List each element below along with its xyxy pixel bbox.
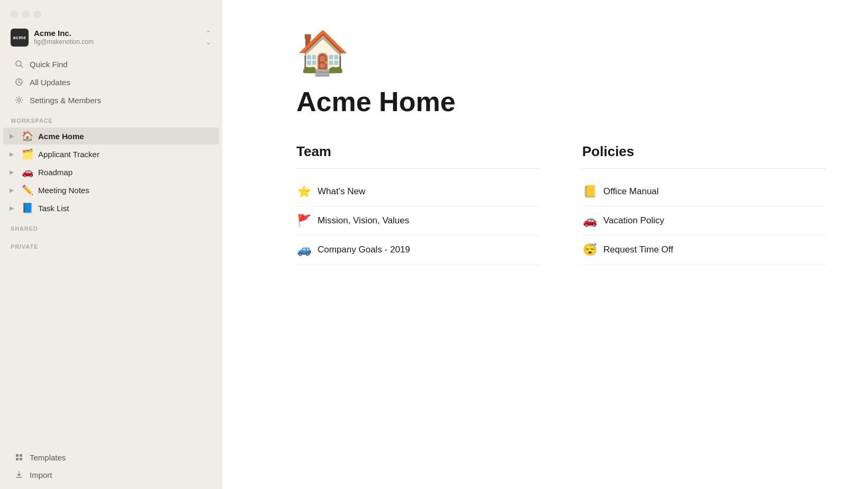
policies-heading: Policies [582,143,826,169]
templates-icon [14,452,24,463]
sidebar-item-task-list[interactable]: ▶ 📘 Task List [3,200,219,216]
traffic-lights [0,0,222,23]
whats-new-emoji: ⭐ [296,185,311,198]
gear-icon [14,95,24,105]
acme-home-emoji: 🏠 [21,130,34,142]
list-item[interactable]: 😴 Request Time Off [582,236,826,265]
workspace-info: Acme Inc. fig@makenotion.com [34,29,94,47]
svg-point-5 [18,99,21,102]
svg-rect-8 [16,458,19,460]
content-columns: Team ⭐ What's New 🚩 Mission, Vision, Val… [296,143,826,265]
page-emoji: 🏠 [296,32,826,74]
mission-emoji: 🚩 [296,214,311,228]
list-item[interactable]: 📒 Office Manual [582,177,826,206]
svg-line-1 [21,66,23,68]
office-manual-emoji: 📒 [582,185,597,198]
whats-new-label: What's New [318,186,365,197]
team-heading: Team [296,143,540,169]
svg-rect-9 [20,458,22,460]
sidebar-item-applicant-tracker[interactable]: ▶ 🗂️ Applicant Tracker [3,146,219,162]
meeting-notes-emoji: ✏️ [21,184,34,196]
clock-icon [14,77,24,87]
list-item[interactable]: 🚗 Vacation Policy [582,206,826,236]
workspace-header[interactable]: acme Acme Inc. fig@makenotion.com ⌃⌄ [0,23,222,55]
search-icon [14,59,24,69]
vacation-policy-label: Vacation Policy [603,215,664,226]
workspace-header-left: acme Acme Inc. fig@makenotion.com [11,29,94,47]
goals-label: Company Goals - 2019 [318,245,410,255]
quick-find-label: Quick Find [30,60,68,69]
svg-rect-7 [20,454,22,457]
applicant-tracker-label: Applicant Tracker [38,150,209,159]
import-label: Import [30,470,52,479]
policies-column: Policies 📒 Office Manual 🚗 Vacation Poli… [582,143,826,265]
list-item[interactable]: ⭐ What's New [296,177,540,206]
maximize-button[interactable] [34,11,41,18]
templates-label: Templates [30,453,66,462]
all-updates-label: All Updates [30,78,70,87]
main-content: 🏠 Acme Home Team ⭐ What's New 🚩 Mission,… [222,0,868,489]
private-section-label: PRIVATE [0,235,222,253]
expand-arrow-icon: ▶ [10,169,17,176]
vacation-policy-emoji: 🚗 [582,214,597,228]
sidebar-item-meeting-notes[interactable]: ▶ ✏️ Meeting Notes [3,182,219,198]
svg-rect-6 [16,454,19,457]
roadmap-emoji: 🚗 [21,166,34,178]
minimize-button[interactable] [22,11,30,18]
expand-arrow-icon: ▶ [10,133,17,140]
team-column: Team ⭐ What's New 🚩 Mission, Vision, Val… [296,143,540,265]
meeting-notes-label: Meeting Notes [38,186,209,195]
shared-section-label: SHARED [0,217,222,235]
expand-arrow-icon: ▶ [10,187,17,194]
nav-item-all-updates[interactable]: All Updates [3,74,219,90]
sidebar: acme Acme Inc. fig@makenotion.com ⌃⌄ Qui… [0,0,222,489]
workspace-section-label: WORKSPACE [0,109,222,127]
workspace-email: fig@makenotion.com [34,38,94,47]
applicant-tracker-emoji: 🗂️ [21,148,34,160]
nav-item-import[interactable]: Import [3,466,219,483]
goals-emoji: 🚙 [296,243,311,257]
sidebar-item-acme-home[interactable]: ▶ 🏠 Acme Home [3,128,219,144]
office-manual-label: Office Manual [603,186,659,197]
workspace-logo: acme [11,29,29,47]
workspace-name: Acme Inc. [34,29,94,38]
nav-item-settings[interactable]: Settings & Members [3,92,219,108]
page-title: Acme Home [296,87,826,117]
nav-item-quick-find[interactable]: Quick Find [3,56,219,73]
team-list: ⭐ What's New 🚩 Mission, Vision, Values 🚙… [296,177,540,265]
nav-item-templates[interactable]: Templates [3,449,219,466]
close-button[interactable] [11,11,18,18]
import-icon [14,469,24,480]
workspace-switcher-icon[interactable]: ⌃⌄ [205,29,212,46]
list-item[interactable]: 🚙 Company Goals - 2019 [296,236,540,265]
settings-label: Settings & Members [30,96,101,105]
expand-arrow-icon: ▶ [10,205,17,212]
list-item[interactable]: 🚩 Mission, Vision, Values [296,206,540,236]
acme-home-label: Acme Home [38,132,209,141]
logo-text: acme [13,35,26,40]
task-list-emoji: 📘 [21,202,34,214]
request-time-off-emoji: 😴 [582,243,597,257]
roadmap-label: Roadmap [38,168,209,177]
policies-list: 📒 Office Manual 🚗 Vacation Policy 😴 Requ… [582,177,826,265]
mission-label: Mission, Vision, Values [318,215,409,226]
svg-line-4 [19,83,21,84]
sidebar-bottom: Templates Import [0,448,222,489]
expand-arrow-icon: ▶ [10,151,17,158]
sidebar-item-roadmap[interactable]: ▶ 🚗 Roadmap [3,164,219,180]
request-time-off-label: Request Time Off [603,245,673,255]
task-list-label: Task List [38,204,209,213]
page-hero: 🏠 Acme Home [296,32,826,117]
